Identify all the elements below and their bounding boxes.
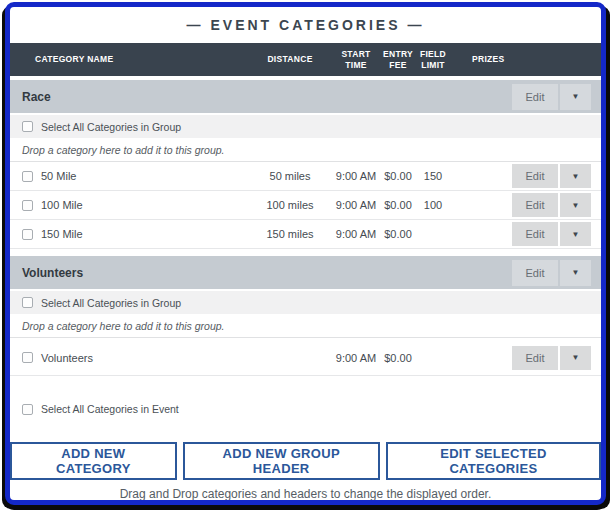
cell-start-time: 9:00 AM: [330, 170, 382, 182]
select-all-group-label: Select All Categories in Group: [41, 297, 181, 309]
row-edit-button[interactable]: Edit: [512, 346, 558, 370]
row-edit-button[interactable]: Edit: [512, 164, 558, 188]
cell-distance: 50 miles: [250, 170, 330, 182]
category-name: 150 Mile: [41, 228, 83, 240]
row-edit-button[interactable]: Edit: [512, 222, 558, 246]
cell-distance: 150 miles: [250, 228, 330, 240]
table-row[interactable]: 150 Mile 150 miles 9:00 AM $0.00 Edit ▼: [10, 220, 601, 249]
cell-field-limit: 100: [414, 199, 452, 211]
group-volunteers-dropdown-button[interactable]: ▼: [560, 260, 591, 286]
row-checkbox[interactable]: [22, 171, 33, 182]
group-name: Race: [10, 90, 512, 104]
cell-start-time: 9:00 AM: [330, 352, 382, 364]
title-bar: — EVENT CATEGORIES —: [10, 7, 601, 43]
group-header-volunteers[interactable]: Volunteers Edit ▼: [10, 256, 601, 289]
action-button-row: ADD NEW CATEGORY ADD NEW GROUP HEADER ED…: [10, 442, 601, 480]
drag-drop-hint: Drag and Drop categories and headers to …: [10, 487, 601, 501]
group-name: Volunteers: [10, 266, 512, 280]
chevron-down-icon: ▼: [572, 172, 580, 181]
group-header-race[interactable]: Race Edit ▼: [10, 80, 601, 113]
group-volunteers-edit-button[interactable]: Edit: [512, 260, 558, 286]
table-row[interactable]: 100 Mile 100 miles 9:00 AM $0.00 100 Edi…: [10, 191, 601, 220]
chevron-down-icon: ▼: [572, 92, 580, 101]
column-prizes: PRIZES: [452, 54, 510, 64]
group-race-edit-button[interactable]: Edit: [512, 84, 558, 110]
select-all-group-race-row: Select All Categories in Group: [10, 115, 601, 138]
select-all-event-label: Select All Categories in Event: [41, 403, 179, 415]
column-distance: DISTANCE: [250, 54, 330, 64]
column-field-limit: FIELD LIMIT: [414, 49, 452, 69]
column-start-time: START TIME: [330, 49, 382, 69]
row-dropdown-button[interactable]: ▼: [560, 222, 591, 246]
chevron-down-icon: ▼: [572, 230, 580, 239]
category-name: 50 Mile: [41, 170, 76, 182]
drop-zone-hint: Drop a category here to add it to this g…: [22, 144, 225, 156]
category-name: Volunteers: [41, 352, 93, 364]
row-checkbox[interactable]: [22, 352, 33, 363]
select-all-group-volunteers-row: Select All Categories in Group: [10, 291, 601, 314]
chevron-down-icon: ▼: [572, 201, 580, 210]
page-title: — EVENT CATEGORIES —: [187, 17, 425, 33]
drop-zone-race[interactable]: Drop a category here to add it to this g…: [10, 139, 601, 162]
cell-field-limit: 150: [414, 170, 452, 182]
row-dropdown-button[interactable]: ▼: [560, 346, 591, 370]
cell-entry-fee: $0.00: [382, 199, 414, 211]
cell-entry-fee: $0.00: [382, 228, 414, 240]
edit-selected-categories-button[interactable]: EDIT SELECTED CATEGORIES: [386, 442, 601, 480]
cell-start-time: 9:00 AM: [330, 199, 382, 211]
add-new-group-header-button[interactable]: ADD NEW GROUP HEADER: [183, 442, 380, 480]
row-dropdown-button[interactable]: ▼: [560, 164, 591, 188]
row-edit-button[interactable]: Edit: [512, 193, 558, 217]
event-categories-panel: — EVENT CATEGORIES — CATEGORY NAME DISTA…: [5, 2, 606, 505]
add-new-category-button[interactable]: ADD NEW CATEGORY: [10, 442, 177, 480]
drop-zone-hint: Drop a category here to add it to this g…: [22, 320, 225, 332]
chevron-down-icon: ▼: [572, 353, 580, 362]
row-checkbox[interactable]: [22, 229, 33, 240]
select-all-event-checkbox[interactable]: [22, 404, 33, 415]
row-dropdown-button[interactable]: ▼: [560, 193, 591, 217]
cell-start-time: 9:00 AM: [330, 228, 382, 240]
cell-entry-fee: $0.00: [382, 170, 414, 182]
select-all-group-volunteers-checkbox[interactable]: [22, 297, 33, 308]
select-all-group-label: Select All Categories in Group: [41, 121, 181, 133]
drop-zone-volunteers[interactable]: Drop a category here to add it to this g…: [10, 315, 601, 338]
select-all-group-race-checkbox[interactable]: [22, 121, 33, 132]
category-name: 100 Mile: [41, 199, 83, 211]
column-category-name: CATEGORY NAME: [10, 54, 250, 64]
group-race-dropdown-button[interactable]: ▼: [560, 84, 591, 110]
cell-distance: 100 miles: [250, 199, 330, 211]
table-column-header: CATEGORY NAME DISTANCE START TIME ENTRY …: [10, 43, 601, 76]
table-row[interactable]: Volunteers 9:00 AM $0.00 Edit ▼: [10, 340, 601, 376]
row-checkbox[interactable]: [22, 200, 33, 211]
cell-entry-fee: $0.00: [382, 352, 414, 364]
select-all-event-row: Select All Categories in Event: [10, 399, 601, 419]
table-row[interactable]: 50 Mile 50 miles 9:00 AM $0.00 150 Edit …: [10, 162, 601, 191]
chevron-down-icon: ▼: [572, 268, 580, 277]
column-entry-fee: ENTRY FEE: [382, 49, 414, 69]
